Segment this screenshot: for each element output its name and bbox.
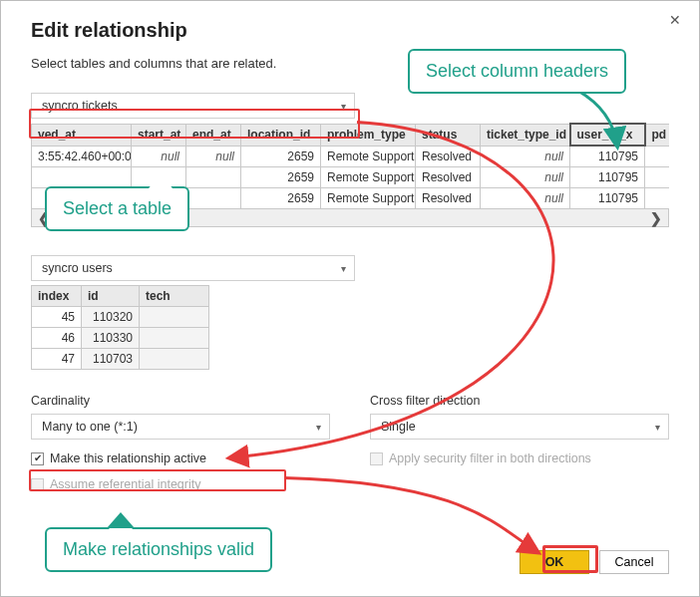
cell: null — [481, 146, 570, 167]
apply-security-label: Apply security filter in both directions — [389, 451, 591, 465]
col-header[interactable]: end_at — [186, 124, 241, 146]
cardinality-label: Cardinality — [31, 394, 330, 408]
horizontal-scrollbar[interactable]: ❮ ❯ — [31, 209, 669, 227]
table-header-row[interactable]: index id tech — [32, 286, 209, 307]
cell: 110795 — [570, 146, 645, 167]
crossfilter-value: Single — [381, 420, 416, 434]
cell — [645, 188, 670, 209]
chevron-down-icon: ▾ — [341, 263, 346, 274]
table-row: 2659 Remote Support Resolved null 110795 — [32, 167, 670, 188]
col-header[interactable]: tech — [140, 286, 209, 307]
cancel-button[interactable]: Cancel — [599, 550, 669, 574]
cell: 2659 — [241, 167, 321, 188]
cell — [186, 167, 241, 188]
cell — [140, 307, 209, 328]
cell: 46 — [32, 328, 82, 349]
col-header[interactable]: ved_at — [32, 124, 132, 146]
cell — [132, 167, 186, 188]
ok-button[interactable]: OK — [520, 550, 589, 574]
table-row: 46 110330 — [32, 328, 209, 349]
col-header[interactable]: id — [82, 286, 140, 307]
col-header[interactable]: status — [416, 124, 481, 146]
col-header[interactable]: location_id — [241, 124, 321, 146]
col-header[interactable]: start_at — [132, 124, 186, 146]
assume-integrity-label: Assume referential integrity — [50, 477, 200, 491]
cell — [32, 188, 132, 209]
cell: 110330 — [82, 328, 140, 349]
cardinality-dropdown[interactable]: Many to one (*:1) ▾ — [31, 414, 330, 440]
col-header[interactable]: ticket_type_id — [481, 124, 570, 146]
to-table-dropdown[interactable]: syncro users ▾ — [31, 255, 355, 281]
cell: 110320 — [82, 307, 140, 328]
scroll-right-icon[interactable]: ❯ — [644, 210, 668, 226]
apply-security-checkbox — [370, 452, 383, 465]
table-row: 2659 Remote Support Resolved null 110795 — [32, 188, 670, 209]
cell — [186, 188, 241, 209]
from-table-value: syncro tickets — [42, 99, 118, 113]
cell: 2659 — [241, 146, 321, 167]
assume-integrity-checkbox-row: Assume referential integrity — [31, 477, 330, 491]
dialog-frame: ✕ Edit relationship Select tables and co… — [0, 0, 700, 597]
cell: 2659 — [241, 188, 321, 209]
cell — [140, 349, 209, 370]
cell: Remote Support — [321, 167, 416, 188]
dialog-title: Edit relationship — [31, 19, 669, 42]
chevron-down-icon: ▾ — [316, 422, 321, 433]
cell: 3:55:42.460+00:00 — [32, 146, 132, 167]
make-active-checkbox[interactable] — [31, 452, 44, 465]
cell: 110795 — [570, 188, 645, 209]
cell: 110703 — [82, 349, 140, 370]
cell: Resolved — [416, 167, 481, 188]
table-row: 47 110703 — [32, 349, 209, 370]
from-table-dropdown[interactable]: syncro tickets ▾ — [31, 93, 355, 119]
col-header[interactable]: problem_type — [321, 124, 416, 146]
cell: 110795 — [570, 167, 645, 188]
cell: Resolved — [416, 146, 481, 167]
to-table-preview: index id tech 45 110320 46 110330 — [31, 285, 669, 370]
to-table-value: syncro users — [42, 261, 113, 275]
chevron-down-icon: ▾ — [341, 101, 346, 112]
cell — [645, 146, 670, 167]
cell — [645, 167, 670, 188]
cell: Resolved — [416, 188, 481, 209]
make-active-label: Make this relationship active — [50, 451, 206, 465]
table-row: 45 110320 — [32, 307, 209, 328]
from-table-preview: ved_at start_at end_at location_id probl… — [31, 123, 669, 227]
cell: Remote Support — [321, 146, 416, 167]
cell — [140, 328, 209, 349]
cardinality-value: Many to one (*:1) — [42, 420, 138, 434]
apply-security-checkbox-row: Apply security filter in both directions — [370, 451, 669, 465]
cell: null — [186, 146, 241, 167]
cell: null — [481, 167, 570, 188]
col-header[interactable]: pd — [645, 124, 670, 146]
cell: null — [481, 188, 570, 209]
cell: 47 — [32, 349, 82, 370]
crossfilter-label: Cross filter direction — [370, 394, 669, 408]
chevron-down-icon: ▾ — [655, 422, 660, 433]
close-icon[interactable]: ✕ — [665, 9, 685, 31]
cell — [32, 167, 132, 188]
col-header-selected[interactable]: user_id_x — [570, 124, 645, 146]
cell: Remote Support — [321, 188, 416, 209]
cell: 45 — [32, 307, 82, 328]
make-active-checkbox-row[interactable]: Make this relationship active — [31, 451, 330, 465]
scroll-left-icon[interactable]: ❮ — [32, 210, 56, 226]
table-row: 3:55:42.460+00:00 null null 2659 Remote … — [32, 146, 670, 167]
assume-integrity-checkbox — [31, 478, 44, 491]
cell — [132, 188, 186, 209]
edit-relationship-dialog: ✕ Edit relationship Select tables and co… — [1, 1, 699, 596]
col-header[interactable]: index — [32, 286, 82, 307]
cell: null — [132, 146, 186, 167]
table-header-row[interactable]: ved_at start_at end_at location_id probl… — [32, 124, 670, 146]
crossfilter-dropdown[interactable]: Single ▾ — [370, 414, 669, 440]
dialog-subtitle: Select tables and columns that are relat… — [31, 56, 669, 71]
